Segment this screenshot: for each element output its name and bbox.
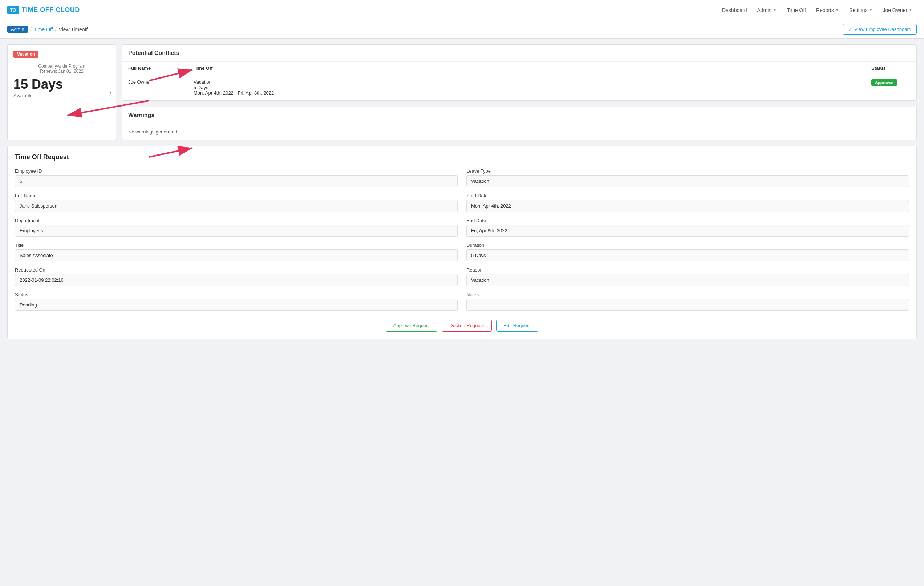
- full-name-field[interactable]: [15, 200, 458, 212]
- nav-item-user[interactable]: Joe Owner ▼: [878, 4, 917, 16]
- start-date-field[interactable]: [466, 200, 909, 212]
- requested-on-field[interactable]: [15, 274, 458, 286]
- duration-field[interactable]: [466, 249, 909, 262]
- col-status: Status: [866, 62, 916, 75]
- chevron-down-icon: ▼: [835, 8, 839, 12]
- approve-request-button[interactable]: Approve Request: [386, 319, 437, 331]
- warnings-title: Warnings: [122, 107, 916, 124]
- col-time-off: Time Off: [188, 62, 866, 75]
- title-field[interactable]: [15, 249, 458, 262]
- employee-id-field[interactable]: [15, 175, 458, 187]
- chevron-down-icon: ▼: [909, 8, 912, 12]
- reason-field[interactable]: [466, 274, 909, 286]
- department-label: Department: [15, 218, 458, 223]
- nav-link-reports[interactable]: Reports ▼: [812, 4, 843, 16]
- nav-link-dashboard[interactable]: Dashboard: [718, 4, 751, 16]
- status-field[interactable]: [15, 299, 458, 311]
- nav-item-dashboard[interactable]: Dashboard: [718, 4, 751, 16]
- end-date-group: End Date: [466, 218, 909, 237]
- nav-link-admin[interactable]: Admin ▼: [752, 4, 781, 16]
- view-employee-dashboard-button[interactable]: ↗ View Employee Dashboard: [843, 24, 917, 35]
- breadcrumb-current: View Timeoff: [59, 26, 88, 32]
- top-section: Vacation Company-wide Program Renews: Ja…: [7, 44, 917, 140]
- nav-link-timeoff[interactable]: Time Off: [782, 4, 810, 16]
- breadcrumb-admin[interactable]: Admin: [7, 26, 28, 33]
- requested-on-label: Requested On: [15, 267, 458, 273]
- employee-id-label: Employee ID: [15, 168, 458, 174]
- brand: TO TIME OFF CLOUD: [7, 6, 80, 14]
- decline-request-button[interactable]: Decline Request: [442, 319, 492, 331]
- conflict-full-name: Joe Owner: [122, 75, 188, 100]
- notes-label: Notes: [466, 292, 909, 297]
- nav-item-reports[interactable]: Reports ▼: [812, 4, 843, 16]
- vacation-detail-arrow[interactable]: ›: [109, 88, 112, 96]
- action-buttons: Approve Request Decline Request Edit Req…: [15, 319, 909, 331]
- breadcrumb-separator: /: [30, 26, 31, 32]
- nav-link-user[interactable]: Joe Owner ▼: [878, 4, 917, 16]
- right-panel: Potential Conflicts Full Name Time Off S…: [122, 44, 917, 140]
- breadcrumb-separator-2: /: [55, 26, 57, 32]
- start-date-label: Start Date: [466, 193, 909, 199]
- reason-label: Reason: [466, 267, 909, 273]
- main-content: Vacation Company-wide Program Renews: Ja…: [0, 38, 924, 345]
- vacation-available: Available: [13, 93, 110, 98]
- nav-link-settings[interactable]: Settings ▼: [845, 4, 877, 16]
- nav-item-settings[interactable]: Settings ▼: [845, 4, 877, 16]
- vacation-program-info: Company-wide Program Renews: Jan 01, 202…: [13, 64, 110, 74]
- leave-type-group: Leave Type: [466, 168, 909, 187]
- title-group: Title: [15, 242, 458, 262]
- vacation-days: 15 Days: [13, 77, 110, 92]
- status-badge: Approved: [871, 79, 897, 86]
- breadcrumb-time-off[interactable]: Time Off: [34, 26, 53, 32]
- requested-on-group: Requested On: [15, 267, 458, 286]
- time-off-request-section: Time Off Request Employee ID Leave Type …: [7, 146, 917, 339]
- brand-logo: TO: [7, 6, 19, 14]
- conflicts-table: Full Name Time Off Status Joe Owner Vaca…: [122, 62, 916, 100]
- chevron-down-icon: ▼: [773, 8, 777, 12]
- full-name-label: Full Name: [15, 193, 458, 199]
- request-form: Employee ID Leave Type Full Name Start D…: [15, 168, 909, 311]
- status-group: Status: [15, 292, 458, 311]
- table-row: Joe Owner Vacation 5 Days Mon, Apr 4th, …: [122, 75, 916, 100]
- nav-menu: Dashboard Admin ▼ Time Off Reports ▼ Set…: [718, 4, 917, 16]
- leave-type-field[interactable]: [466, 175, 909, 187]
- nav-item-timeoff[interactable]: Time Off: [782, 4, 810, 16]
- vacation-badge: Vacation: [13, 51, 38, 58]
- department-field[interactable]: [15, 225, 458, 237]
- leave-type-label: Leave Type: [466, 168, 909, 174]
- end-date-label: End Date: [466, 218, 909, 223]
- status-label: Status: [15, 292, 458, 297]
- warnings-panel: Warnings No warnings generated.: [122, 106, 917, 140]
- conflicts-title: Potential Conflicts: [122, 45, 916, 62]
- title-label: Title: [15, 242, 458, 248]
- employee-id-group: Employee ID: [15, 168, 458, 187]
- reason-group: Reason: [466, 267, 909, 286]
- breadcrumb: Admin / Time Off / View Timeoff: [7, 26, 87, 33]
- warnings-body: No warnings generated.: [122, 124, 916, 140]
- end-date-field[interactable]: [466, 225, 909, 237]
- breadcrumb-bar: Admin / Time Off / View Timeoff ↗ View E…: [0, 20, 924, 38]
- vacation-panel: Vacation Company-wide Program Renews: Ja…: [7, 44, 116, 140]
- col-full-name: Full Name: [122, 62, 188, 75]
- request-title: Time Off Request: [15, 153, 909, 161]
- navbar: TO TIME OFF CLOUD Dashboard Admin ▼ Time…: [0, 0, 924, 20]
- notes-group: Notes: [466, 292, 909, 311]
- department-group: Department: [15, 218, 458, 237]
- conflicts-panel: Potential Conflicts Full Name Time Off S…: [122, 44, 917, 101]
- duration-group: Duration: [466, 242, 909, 262]
- start-date-group: Start Date: [466, 193, 909, 212]
- conflict-time-off: Vacation 5 Days Mon, Apr 4th, 2022 - Fri…: [188, 75, 866, 100]
- edit-request-button[interactable]: Edit Request: [496, 319, 538, 331]
- duration-label: Duration: [466, 242, 909, 248]
- nav-item-admin[interactable]: Admin ▼: [752, 4, 781, 16]
- full-name-group: Full Name: [15, 193, 458, 212]
- conflict-status: Approved: [866, 75, 916, 100]
- external-link-icon: ↗: [848, 26, 852, 32]
- brand-name: TIME OFF CLOUD: [22, 6, 80, 14]
- chevron-down-icon: ▼: [869, 8, 873, 12]
- notes-field[interactable]: [466, 299, 909, 311]
